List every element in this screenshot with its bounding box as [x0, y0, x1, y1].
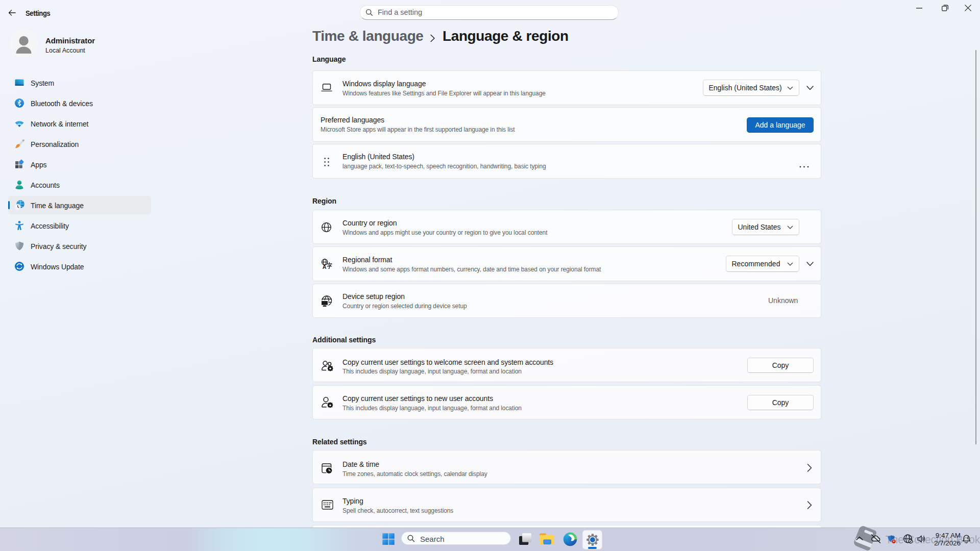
svg-text:A: A [323, 264, 327, 269]
